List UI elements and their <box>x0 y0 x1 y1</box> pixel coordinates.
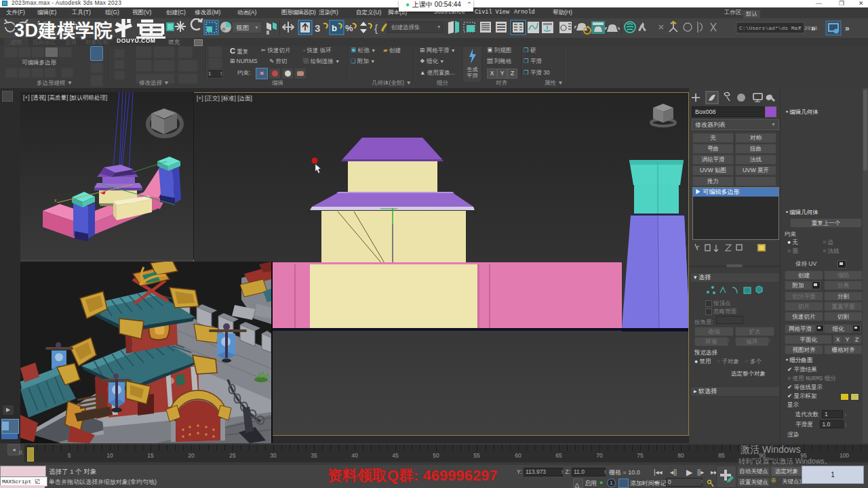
svg-text:45: 45 <box>392 452 399 459</box>
svg-text:x: x <box>54 198 57 203</box>
svg-text:|◂◂: |◂◂ <box>654 468 663 476</box>
svg-text:55: 55 <box>473 452 480 459</box>
svg-text:»: » <box>811 24 816 33</box>
svg-text:25: 25 <box>229 452 236 459</box>
svg-text:创建选择集: 创建选择集 <box>391 24 420 30</box>
svg-text:75: 75 <box>637 452 644 459</box>
svg-text:50: 50 <box>433 452 439 459</box>
svg-text:20: 20 <box>188 452 195 459</box>
svg-text:35: 35 <box>311 452 317 459</box>
svg-text:70: 70 <box>596 452 603 459</box>
svg-text:80: 80 <box>677 452 684 459</box>
svg-text:{: { <box>374 22 378 34</box>
svg-text:30: 30 <box>270 452 277 459</box>
svg-text:5: 5 <box>68 452 71 459</box>
svg-text:60: 60 <box>515 452 521 459</box>
svg-text:%: % <box>345 23 353 33</box>
svg-text:◂||: ◂|| <box>670 468 677 476</box>
svg-text:3: 3 <box>315 22 320 34</box>
svg-text:▼: ▼ <box>437 24 441 29</box>
svg-text:||▸: ||▸ <box>697 468 704 476</box>
svg-text:65: 65 <box>555 452 562 459</box>
svg-text:85: 85 <box>718 452 725 459</box>
svg-text:视图: 视图 <box>236 24 249 31</box>
svg-text:C:\Users\ad*\ds Max 2023: C:\Users\ad*\ds Max 2023 <box>739 25 817 31</box>
svg-text:»: » <box>845 24 850 33</box>
svg-text:▼: ▼ <box>254 25 259 30</box>
svg-text:40: 40 <box>351 452 358 459</box>
svg-text:▶: ▶ <box>686 468 693 477</box>
svg-text:100: 100 <box>840 452 849 459</box>
svg-text:b: b <box>332 23 337 33</box>
svg-text:15: 15 <box>147 452 154 459</box>
svg-text:10: 10 <box>106 452 113 459</box>
svg-text:▼: ▼ <box>797 25 802 30</box>
